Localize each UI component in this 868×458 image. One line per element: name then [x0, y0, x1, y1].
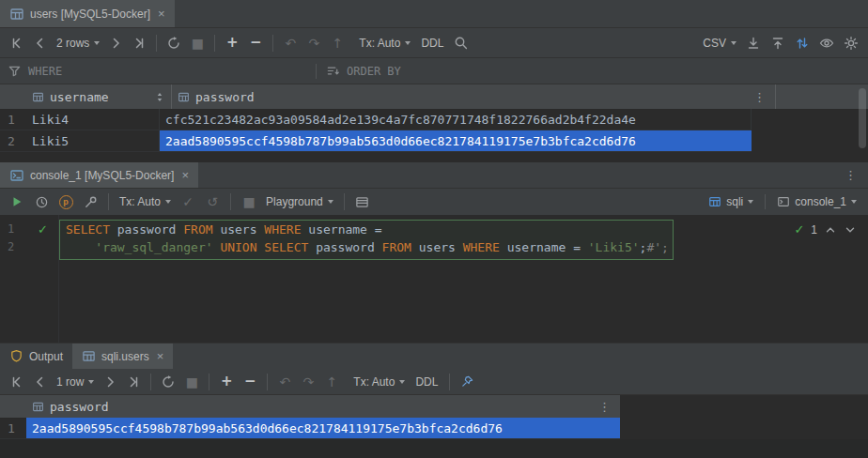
last-page-icon — [132, 36, 147, 51]
submit-button[interactable]: ↑ — [320, 372, 343, 392]
tx-mode-dropdown[interactable]: Tx: Auto — [349, 372, 409, 392]
reload-button[interactable] — [157, 372, 179, 392]
column-header-username[interactable]: username — [26, 84, 172, 109]
previous-page-button[interactable] — [29, 33, 52, 53]
column-header-password[interactable]: password ⋮ — [26, 395, 620, 418]
refresh-icon — [166, 36, 181, 51]
tab-label: sqli.users — [101, 350, 149, 363]
revert-button[interactable]: ↶ — [273, 372, 296, 392]
ddl-button[interactable]: DDL — [410, 372, 443, 392]
page-size-label: 1 row — [56, 375, 84, 389]
sql-editor[interactable]: 1 2 ✓ SELECT password FROM users WHERE u… — [0, 215, 868, 343]
sql-line-1[interactable]: SELECT password FROM users WHERE usernam… — [66, 221, 382, 238]
import-data-button[interactable] — [767, 33, 789, 53]
divider — [230, 193, 231, 210]
divider — [108, 193, 109, 210]
close-icon[interactable]: × — [158, 8, 165, 20]
sql-line-2[interactable]: 'raw_sql_danger' UNION SELECT password F… — [66, 238, 669, 256]
delete-row-button[interactable]: − — [239, 372, 261, 392]
reload-button[interactable] — [163, 33, 185, 53]
cell-password-selected[interactable]: 2aad5890595ccf4598b787b99ab563d0d66ec821… — [160, 130, 752, 151]
where-label: WHERE — [28, 65, 62, 78]
cell-username[interactable]: Liki4 — [26, 109, 160, 130]
sort-toggle-icon[interactable] — [154, 91, 165, 103]
cell-username[interactable]: Liki5 — [26, 130, 160, 151]
row-1[interactable]: 1 Liki4 cfc521c23482ac93a09584ad2e139c4a… — [0, 109, 752, 130]
first-page-button[interactable] — [6, 33, 28, 53]
run-button[interactable] — [6, 191, 28, 212]
page-size-dropdown[interactable]: 2 rows — [53, 33, 103, 53]
sql-token: UNION — [220, 240, 256, 254]
cell-password-selected[interactable]: 2aad5890595ccf4598b787b99ab563d0d66ec821… — [26, 418, 620, 438]
export-data-button[interactable] — [742, 33, 765, 53]
console-session-dropdown[interactable]: console_1 — [773, 191, 860, 212]
where-filter-input[interactable]: WHERE — [0, 64, 310, 78]
compare-button[interactable] — [791, 33, 814, 53]
sql-token: = — [375, 222, 382, 237]
export-format-dropdown[interactable]: CSV — [699, 33, 740, 53]
results-tab-bar: Output sqli.users × — [0, 343, 868, 370]
stop-button[interactable]: ■ — [186, 33, 209, 53]
redo-button[interactable]: ↷ — [297, 372, 319, 392]
close-icon[interactable]: × — [157, 350, 164, 362]
revert-button[interactable]: ↶ — [279, 33, 302, 53]
close-icon[interactable]: × — [181, 169, 189, 181]
submit-button[interactable]: ↑ — [326, 33, 349, 53]
table-icon — [9, 7, 24, 22]
playground-dropdown[interactable]: Playground — [262, 191, 337, 212]
chevron-down-icon — [328, 200, 333, 204]
tx-mode-dropdown[interactable]: Tx: Auto — [355, 33, 414, 53]
row-2[interactable]: 2 Liki5 2aad5890595ccf4598b787b99ab563d0… — [0, 130, 752, 152]
column-icon — [32, 91, 44, 103]
tab-output[interactable]: Output — [0, 344, 72, 369]
next-page-button[interactable] — [99, 372, 121, 392]
commit-button[interactable]: ✓ — [177, 191, 199, 212]
clock-icon — [35, 195, 49, 209]
chevron-down-icon — [94, 41, 100, 45]
add-row-button[interactable]: + — [215, 372, 238, 392]
table-row: 1 2aad5890595ccf4598b787b99ab563d0d66ec8… — [0, 418, 868, 439]
tx-mode-label: Tx: Auto — [359, 37, 400, 50]
more-options-kebab[interactable]: ⋮ — [841, 168, 860, 182]
tab-sqli-users[interactable]: sqli.users × — [72, 344, 173, 369]
pin-tab-button[interactable] — [456, 372, 478, 392]
next-page-button[interactable] — [104, 33, 127, 53]
column-options-kebab[interactable]: ⋮ — [750, 90, 769, 104]
tab-console-1[interactable]: console_1 [MySQL5-Docker] × — [0, 162, 198, 188]
play-icon — [10, 195, 23, 208]
add-row-button[interactable]: + — [221, 33, 243, 53]
database-dropdown[interactable]: sqli — [705, 191, 757, 212]
result-row-1[interactable]: 1 2aad5890595ccf4598b787b99ab563d0d66ec8… — [0, 418, 620, 439]
delete-row-button[interactable]: − — [244, 33, 267, 53]
configure-button[interactable] — [79, 191, 101, 212]
cell-password[interactable]: cfc521c23482ac93a09584ad2e139c4a7fc87077… — [160, 109, 752, 130]
tx-mode-dropdown[interactable]: Tx: Auto — [116, 191, 175, 212]
column-header-password[interactable]: password ⋮ — [172, 84, 776, 109]
sql-token: FROM — [183, 222, 212, 237]
chevron-down-icon[interactable] — [844, 223, 857, 237]
tx-mode-label: Tx: Auto — [353, 375, 395, 389]
settings-button[interactable] — [840, 33, 862, 53]
profiler-icon: p — [59, 195, 73, 209]
tab-users-table[interactable]: users [MySQL5-Docker] × — [0, 0, 175, 27]
order-by-input[interactable]: ORDER BY — [322, 64, 401, 78]
search-button[interactable] — [450, 33, 473, 53]
chevron-up-icon[interactable] — [824, 223, 837, 237]
profiler-button[interactable]: p — [54, 191, 77, 212]
page-size-dropdown[interactable]: 1 row — [53, 372, 98, 392]
first-page-button[interactable] — [6, 372, 28, 392]
preview-button[interactable] — [815, 33, 838, 53]
rollback-button[interactable]: ↺ — [201, 191, 224, 212]
output-layout-button[interactable] — [351, 191, 374, 212]
stop-button[interactable]: ■ — [238, 191, 260, 212]
redo-button[interactable]: ↷ — [302, 33, 325, 53]
ddl-button[interactable]: DDL — [415, 33, 449, 53]
vertical-scrollbar[interactable] — [859, 88, 866, 148]
last-page-button[interactable] — [128, 33, 150, 53]
previous-page-button[interactable] — [29, 372, 52, 392]
column-options-kebab[interactable]: ⋮ — [595, 400, 614, 414]
history-button[interactable] — [30, 191, 53, 212]
stop-icon: ■ — [242, 195, 255, 208]
last-page-button[interactable] — [122, 372, 145, 392]
stop-button[interactable]: ■ — [180, 372, 203, 392]
